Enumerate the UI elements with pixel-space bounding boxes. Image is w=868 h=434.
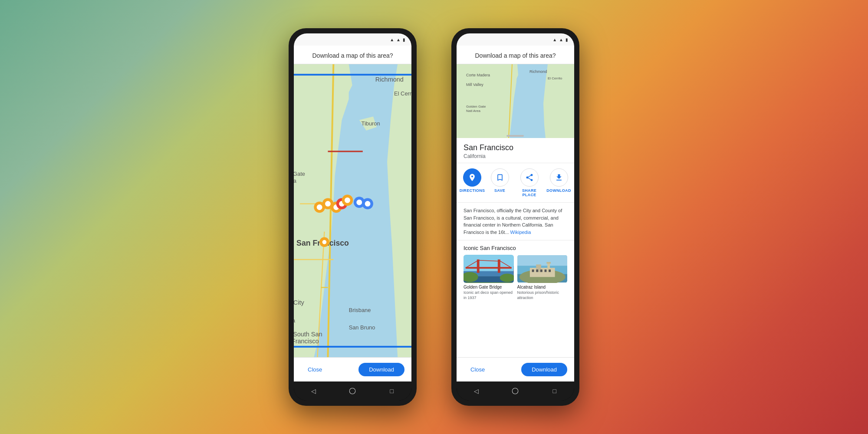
download-label: DOWNLOAD — [546, 188, 571, 193]
battery-icon-right: ▮ — [566, 37, 568, 42]
iconic-card-alcatraz[interactable]: Alcatraz Island Notorious prison/histori… — [517, 255, 568, 300]
share-circle[interactable] — [520, 168, 539, 187]
iconic-title: Iconic San Francisco — [464, 245, 567, 251]
download-button-left[interactable]: Download — [358, 363, 404, 376]
action-buttons-row: DIRECTIONS SAVE — [457, 163, 574, 203]
nav-bar-right: ◁ □ — [457, 381, 574, 401]
alcatraz-svg — [517, 255, 568, 283]
screen-left: Download a map of this area? — [294, 46, 411, 381]
close-button-right[interactable]: Close — [464, 363, 492, 376]
ggb-name: Golden Gate Bridge — [464, 285, 514, 289]
svg-rect-68 — [540, 270, 542, 272]
svg-text:Brisbane: Brisbane — [349, 307, 371, 313]
alcatraz-image — [517, 255, 568, 283]
iconic-cards: Golden Gate Bridge Iconic art deco span … — [464, 255, 567, 300]
dialog-header-left: Download a map of this area? — [294, 46, 411, 64]
ggb-image — [464, 255, 514, 283]
svg-point-22 — [317, 204, 322, 210]
place-name: San Francisco — [464, 143, 567, 152]
svg-rect-62 — [529, 268, 555, 277]
svg-text:South San: South San — [294, 331, 322, 338]
signal-icon-left: ▲ — [396, 37, 401, 42]
dialog-header-right: Download a map of this area? — [457, 46, 574, 64]
place-state: California — [464, 153, 567, 159]
download-button-right[interactable]: Download — [521, 363, 567, 376]
svg-rect-70 — [549, 270, 551, 272]
wifi-icon-left: ▲ — [390, 37, 394, 42]
share-label: SHARE PLACE — [515, 188, 543, 197]
svg-text:Richmond: Richmond — [529, 69, 547, 74]
dialog-title-left: Download a map of this area? — [312, 52, 393, 59]
wifi-icon-right: ▲ — [552, 37, 557, 42]
svg-point-71 — [513, 388, 519, 394]
save-btn-item[interactable]: SAVE — [488, 168, 512, 197]
svg-text:Tiburon: Tiburon — [362, 120, 380, 127]
svg-text:El Cerrito: El Cerrito — [548, 76, 562, 80]
share-icon — [525, 173, 534, 182]
svg-rect-50 — [466, 267, 512, 269]
save-label: SAVE — [494, 188, 505, 193]
svg-text:El Cerr: El Cerr — [394, 90, 411, 97]
wiki-link[interactable]: Wikipedia — [510, 230, 531, 235]
map-preview-right: Richmond El Cerrito Corte Madera Mill Va… — [457, 64, 574, 138]
svg-text:Corte Madera: Corte Madera — [466, 73, 490, 77]
back-button-left[interactable]: ◁ — [309, 387, 318, 395]
back-button-right[interactable]: ◁ — [472, 387, 480, 395]
bookmark-icon — [496, 173, 504, 182]
directions-label: DIRECTIONS — [460, 188, 485, 193]
phone-right: ▲ ▲ ▮ Download a map of this area? Richm… — [451, 28, 579, 406]
svg-point-30 — [345, 197, 350, 203]
directions-circle[interactable] — [463, 168, 481, 187]
svg-point-32 — [356, 200, 362, 205]
download-circle[interactable] — [550, 168, 568, 187]
svg-text:San Bruno: San Bruno — [349, 324, 375, 331]
nav-bar-left: ◁ □ — [294, 381, 411, 401]
map-container-left: Richmond El Cerr Tiburon Golden Gate Nat… — [294, 64, 411, 357]
svg-text:Mill Valley: Mill Valley — [466, 82, 483, 87]
svg-rect-67 — [536, 270, 538, 272]
download-icon — [555, 173, 563, 182]
directions-btn-item[interactable]: DIRECTIONS — [460, 168, 484, 197]
svg-rect-66 — [532, 270, 534, 272]
phone-left: ▲ ▲ ▮ Download a map of this area? — [289, 28, 417, 406]
status-bar-right: ▲ ▲ ▮ — [457, 33, 574, 46]
close-button-left[interactable]: Close — [301, 363, 329, 376]
place-info: San Francisco California DIRECTIONS — [457, 138, 574, 357]
svg-point-24 — [325, 201, 331, 207]
ggb-svg — [464, 255, 514, 283]
alcatraz-desc: Notorious prison/historic attraction — [517, 290, 568, 300]
svg-text:Golden Gate: Golden Gate — [294, 171, 305, 177]
svg-point-37 — [350, 388, 356, 394]
place-description: San Francisco, officially the City and C… — [457, 203, 574, 240]
ggb-desc: Iconic art deco span opened in 1937 — [464, 290, 514, 300]
svg-rect-46 — [506, 135, 524, 137]
recent-button-left[interactable]: □ — [388, 387, 396, 395]
share-btn-item[interactable]: SHARE PLACE — [515, 168, 543, 197]
home-button-right[interactable] — [511, 387, 519, 395]
svg-point-34 — [365, 201, 371, 207]
iconic-section: Iconic San Francisco — [457, 240, 574, 305]
svg-text:Richmond: Richmond — [375, 76, 404, 83]
status-bar-left: ▲ ▲ ▮ — [294, 33, 411, 46]
svg-rect-65 — [546, 262, 551, 264]
compass-icon — [468, 173, 477, 182]
svg-text:Francisco: Francisco — [294, 338, 319, 345]
battery-icon-left: ▮ — [403, 37, 405, 42]
alcatraz-name: Alcatraz Island — [517, 285, 568, 289]
home-button-left[interactable] — [348, 387, 357, 395]
save-circle[interactable] — [491, 168, 509, 187]
iconic-card-ggb[interactable]: Golden Gate Bridge Iconic art deco span … — [464, 255, 514, 300]
svg-rect-60 — [517, 255, 568, 266]
svg-text:Golden Gate: Golden Gate — [466, 105, 486, 108]
svg-point-36 — [322, 240, 327, 244]
sf-map-svg: Richmond El Cerr Tiburon Golden Gate Nat… — [294, 64, 411, 357]
signal-icon-right: ▲ — [559, 37, 563, 42]
dialog-title-right: Download a map of this area? — [475, 52, 556, 59]
svg-text:Natl Area: Natl Area — [294, 178, 297, 184]
svg-rect-51 — [477, 260, 480, 273]
screen-right: Download a map of this area? Richmond El… — [457, 46, 574, 381]
svg-rect-52 — [498, 260, 500, 273]
download-btn-item[interactable]: DOWNLOAD — [547, 168, 571, 197]
recent-button-right[interactable]: □ — [550, 387, 559, 395]
svg-text:Daly City: Daly City — [294, 299, 305, 306]
